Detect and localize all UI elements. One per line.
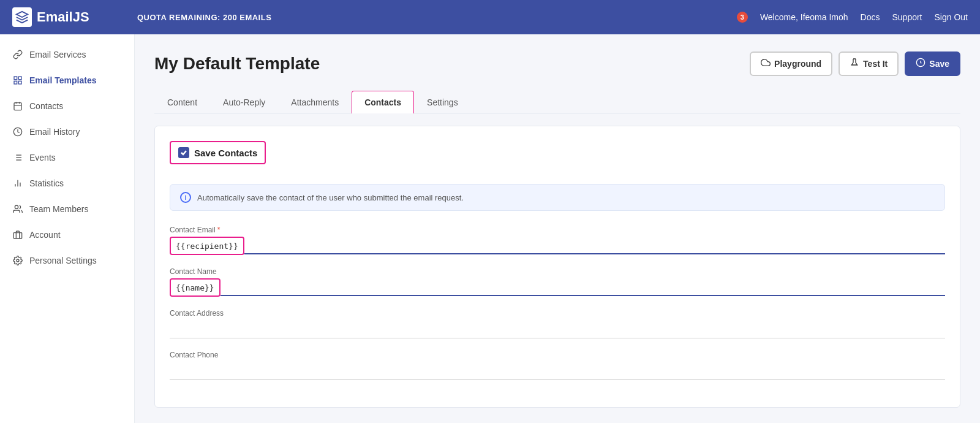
page-title: My Default Template	[154, 54, 320, 74]
logo: EmailJS	[12, 7, 123, 27]
support-link[interactable]: Support	[892, 12, 922, 22]
contact-address-input[interactable]	[170, 320, 945, 338]
tab-attachments[interactable]: Attachments	[278, 91, 352, 113]
info-banner: i Automatically save the contact of the …	[170, 184, 945, 211]
page-header: My Default Template Playground Test It	[154, 51, 960, 76]
svg-rect-4	[14, 103, 21, 110]
sidebar-item-statistics[interactable]: Statistics	[0, 170, 134, 196]
sidebar-label-contacts: Contacts	[29, 101, 63, 111]
contacts-panel: Save Contacts i Automatically save the c…	[154, 126, 960, 408]
save-contacts-checkbox[interactable]	[178, 147, 189, 158]
contact-name-row: {{name}}	[170, 278, 945, 297]
grid-icon	[12, 75, 23, 86]
save-contacts-row[interactable]: Save Contacts	[170, 141, 266, 164]
svg-rect-0	[14, 77, 17, 80]
tab-auto-reply[interactable]: Auto-Reply	[210, 91, 278, 113]
sidebar-item-team-members[interactable]: Team Members	[0, 196, 134, 222]
tab-content[interactable]: Content	[154, 91, 210, 113]
tab-contacts[interactable]: Contacts	[352, 91, 414, 113]
save-contacts-container: Save Contacts	[170, 141, 945, 174]
sidebar-item-contacts[interactable]: Contacts	[0, 93, 134, 119]
contact-name-line	[221, 295, 945, 296]
contact-phone-label: Contact Phone	[170, 351, 945, 359]
playground-button[interactable]: Playground	[750, 51, 832, 76]
svg-rect-2	[14, 81, 17, 84]
save-icon	[916, 58, 925, 70]
svg-rect-1	[18, 77, 21, 80]
contact-email-group: Contact Email* {{recipient}}	[170, 226, 945, 255]
logo-icon	[12, 7, 32, 27]
contact-email-label: Contact Email*	[170, 226, 945, 234]
sidebar-label-email-history: Email History	[29, 127, 80, 137]
clock-icon	[12, 126, 23, 137]
contact-phone-input[interactable]	[170, 362, 945, 380]
sidebar-item-email-history[interactable]: Email History	[0, 119, 134, 145]
contact-name-group: Contact Name {{name}}	[170, 267, 945, 297]
contact-email-line	[244, 253, 945, 254]
logo-text: EmailJS	[37, 9, 89, 25]
sidebar-item-events[interactable]: Events	[0, 145, 134, 170]
list-icon	[12, 152, 23, 163]
contact-email-value[interactable]: {{recipient}}	[170, 237, 244, 255]
svg-rect-19	[13, 233, 21, 238]
info-text: Automatically save the contact of the us…	[197, 193, 464, 202]
tab-settings[interactable]: Settings	[414, 91, 471, 113]
cloud-icon	[761, 58, 771, 70]
sidebar-item-personal-settings[interactable]: Personal Settings	[0, 248, 134, 273]
save-button[interactable]: Save	[905, 51, 960, 76]
svg-point-20	[17, 259, 19, 262]
contact-address-group: Contact Address	[170, 309, 945, 338]
welcome-text: Welcome, Ifeoma Imoh	[760, 12, 848, 22]
sidebar-label-team-members: Team Members	[29, 204, 88, 214]
info-icon: i	[180, 192, 191, 203]
contact-address-label: Contact Address	[170, 309, 945, 318]
gear-icon	[12, 255, 23, 266]
docs-link[interactable]: Docs	[861, 12, 880, 22]
sidebar-item-account[interactable]: Account	[0, 222, 134, 248]
sidebar-label-email-templates: Email Templates	[29, 75, 96, 85]
testit-button[interactable]: Test It	[839, 51, 899, 76]
contact-email-row: {{recipient}}	[170, 237, 945, 255]
sidebar-label-email-services: Email Services	[29, 50, 86, 59]
save-contacts-label: Save Contacts	[194, 148, 257, 158]
topnav-right: 3 Welcome, Ifeoma Imoh Docs Support Sign…	[737, 12, 968, 23]
building-icon	[12, 229, 23, 240]
link-icon	[12, 49, 23, 60]
users-icon	[12, 204, 23, 215]
sidebar-item-email-services[interactable]: Email Services	[0, 42, 134, 67]
svg-point-18	[15, 205, 18, 208]
flask-icon	[850, 58, 859, 70]
sidebar-item-email-templates[interactable]: Email Templates	[0, 67, 134, 93]
sidebar-label-events: Events	[29, 153, 56, 162]
notification-badge[interactable]: 3	[737, 12, 748, 23]
contacts-icon	[12, 101, 23, 112]
bar-chart-icon	[12, 178, 23, 189]
quota-text: QUOTA REMAINING: 200 EMAILS	[137, 13, 737, 22]
sidebar-label-account: Account	[29, 230, 61, 240]
sidebar-label-statistics: Statistics	[29, 178, 64, 188]
contact-phone-group: Contact Phone	[170, 351, 945, 380]
sidebar-label-personal-settings: Personal Settings	[29, 256, 97, 265]
contact-name-label: Contact Name	[170, 267, 945, 276]
sidebar: Email Services Email Templates Contacts …	[0, 34, 135, 423]
main-content: My Default Template Playground Test It	[135, 34, 980, 423]
contact-name-value[interactable]: {{name}}	[170, 278, 221, 297]
top-navigation: EmailJS QUOTA REMAINING: 200 EMAILS 3 We…	[0, 0, 980, 34]
main-layout: Email Services Email Templates Contacts …	[0, 34, 980, 423]
tabs-row: Content Auto-Reply Attachments Contacts …	[154, 91, 960, 113]
signout-link[interactable]: Sign Out	[935, 12, 968, 22]
svg-rect-3	[18, 81, 21, 84]
header-actions: Playground Test It Save	[750, 51, 960, 76]
